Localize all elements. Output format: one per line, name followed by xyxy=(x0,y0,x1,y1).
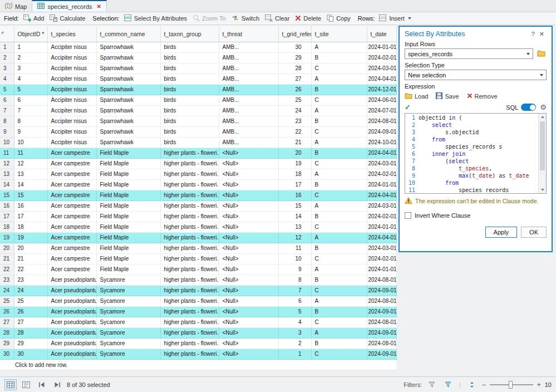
row-number-cell[interactable]: 3 xyxy=(0,63,14,74)
table-cell[interactable]: 20 xyxy=(278,148,311,158)
insert-row-button[interactable]: Insert xyxy=(376,13,414,24)
table-cell[interactable]: 25 xyxy=(278,95,311,105)
first-record-button[interactable] xyxy=(36,379,48,390)
row-number-cell[interactable]: 28 xyxy=(0,327,14,338)
table-cell[interactable]: birds xyxy=(160,63,219,74)
row-number-cell[interactable]: 20 xyxy=(0,243,14,253)
table-cell[interactable]: AMB... xyxy=(219,105,278,116)
table-cell[interactable]: C xyxy=(311,63,367,74)
table-cell[interactable]: 24 xyxy=(14,285,47,296)
table-cell[interactable]: 5 xyxy=(14,84,47,95)
table-cell[interactable]: 2024-09-01 xyxy=(367,349,396,359)
table-cell[interactable]: 7 xyxy=(14,105,47,116)
table-cell[interactable]: 2024-03-01 xyxy=(367,63,396,74)
table-cell[interactable]: 25 xyxy=(14,296,47,306)
table-cell[interactable]: Sparrowhawk xyxy=(96,42,160,52)
row-number-cell[interactable]: 9 xyxy=(0,126,14,137)
row-number-cell[interactable]: 8 xyxy=(0,116,14,126)
clear-selection-button[interactable]: Clear xyxy=(262,13,292,24)
table-cell[interactable]: birds xyxy=(160,137,219,148)
table-cell[interactable]: Acer campestre xyxy=(47,169,96,179)
table-cell[interactable]: 2024-04-01 xyxy=(367,74,396,84)
table-cell[interactable]: B xyxy=(311,275,367,285)
table-cell[interactable]: <Null> xyxy=(219,222,278,232)
table-cell[interactable]: B xyxy=(311,179,367,190)
table-cell[interactable]: higher plants - floweri... xyxy=(160,275,219,285)
tab-map[interactable]: Map xyxy=(0,0,32,12)
table-cell[interactable]: 16 xyxy=(14,200,47,211)
table-cell[interactable]: 28 xyxy=(14,327,47,338)
row-number-cell[interactable]: 13 xyxy=(0,169,14,179)
table-cell[interactable]: 30 xyxy=(278,42,311,52)
table-cell[interactable]: <Null> xyxy=(219,327,278,338)
table-cell[interactable]: Sparrowhawk xyxy=(96,63,160,74)
table-cell[interactable]: Sycamore xyxy=(96,327,160,338)
code-scrollbar[interactable] xyxy=(538,114,546,193)
zoom-to-button[interactable]: Zoom To xyxy=(190,13,229,24)
table-cell[interactable]: higher plants - floweri... xyxy=(160,285,219,296)
table-cell[interactable]: higher plants - floweri... xyxy=(160,296,219,306)
table-cell[interactable]: <Null> xyxy=(219,148,278,158)
table-cell[interactable]: Acer campestre xyxy=(47,200,96,211)
table-cell[interactable]: B xyxy=(311,211,367,222)
table-cell[interactable]: Sycamore xyxy=(96,317,160,327)
table-cell[interactable]: higher plants - floweri... xyxy=(160,317,219,327)
table-cell[interactable]: Sycamore xyxy=(96,296,160,306)
table-cell[interactable]: Field Maple xyxy=(96,190,160,200)
row-number-cell[interactable]: 15 xyxy=(0,190,14,200)
table-cell[interactable]: 2024-04-01 xyxy=(367,190,396,200)
table-cell[interactable]: <Null> xyxy=(219,179,278,190)
table-cell[interactable]: higher plants - floweri... xyxy=(160,222,219,232)
table-cell[interactable]: Accipiter nisus xyxy=(47,116,96,126)
table-cell[interactable]: <Null> xyxy=(219,285,278,296)
table-cell[interactable]: AMB... xyxy=(219,126,278,137)
table-cell[interactable]: AMB... xyxy=(219,116,278,126)
invert-where-clause-checkbox[interactable] xyxy=(405,212,411,219)
table-cell[interactable]: C xyxy=(311,285,367,296)
table-cell[interactable]: A xyxy=(311,169,367,179)
copy-button[interactable]: Copy xyxy=(324,13,353,24)
table-cell[interactable]: 26 xyxy=(14,306,47,317)
delete-button[interactable]: Delete xyxy=(292,14,324,23)
table-cell[interactable]: birds xyxy=(160,116,219,126)
table-cell[interactable]: Sycamore xyxy=(96,306,160,317)
row-number-cell[interactable]: 12 xyxy=(0,158,14,169)
table-view-button[interactable] xyxy=(4,379,17,390)
table-cell[interactable]: birds xyxy=(160,42,219,52)
table-cell[interactable]: Acer pseudoplantus xyxy=(47,327,96,338)
table-cell[interactable]: Acer campestre xyxy=(47,179,96,190)
selection-filter-button[interactable] xyxy=(442,379,454,390)
zoom-slider[interactable] xyxy=(490,384,533,385)
add-field-button[interactable]: Add xyxy=(21,13,47,24)
table-cell[interactable]: 11 xyxy=(14,148,47,158)
table-cell[interactable]: Sparrowhawk xyxy=(96,105,160,116)
table-cell[interactable]: 29 xyxy=(278,52,311,63)
table-cell[interactable]: higher plants - floweri... xyxy=(160,327,219,338)
row-number-cell[interactable]: 29 xyxy=(0,338,14,349)
table-cell[interactable]: 2024-08-01 xyxy=(367,338,396,349)
table-cell[interactable]: 12 xyxy=(278,232,311,243)
table-cell[interactable]: Accipiter nisus xyxy=(47,42,96,52)
row-number-cell[interactable]: 5 xyxy=(0,84,14,95)
row-number-cell[interactable]: 18 xyxy=(0,222,14,232)
table-cell[interactable]: 2024-04-01 xyxy=(367,232,396,243)
table-cell[interactable]: 2 xyxy=(278,338,311,349)
column-header[interactable]: t_site xyxy=(311,26,367,42)
table-cell[interactable]: Field Maple xyxy=(96,253,160,264)
table-cell[interactable]: C xyxy=(311,349,367,359)
table-cell[interactable]: 2024-02-01 xyxy=(367,52,396,63)
table-cell[interactable]: 2024-09-01 xyxy=(367,126,396,137)
table-cell[interactable]: 2024-09-01 xyxy=(367,327,396,338)
table-cell[interactable]: <Null> xyxy=(219,243,278,253)
table-cell[interactable]: 8 xyxy=(14,116,47,126)
table-cell[interactable]: 21 xyxy=(14,253,47,264)
table-cell[interactable]: 27 xyxy=(14,317,47,327)
table-cell[interactable]: Accipiter nisus xyxy=(47,95,96,105)
row-number-cell[interactable]: 24 xyxy=(0,285,14,296)
select-all-corner[interactable] xyxy=(0,26,14,42)
selection-type-combobox[interactable]: New selection xyxy=(405,70,547,80)
table-cell[interactable]: A xyxy=(311,232,367,243)
table-cell[interactable]: higher plants - floweri... xyxy=(160,338,219,349)
table-cell[interactable]: 10 xyxy=(278,253,311,264)
table-cell[interactable]: <Null> xyxy=(219,200,278,211)
